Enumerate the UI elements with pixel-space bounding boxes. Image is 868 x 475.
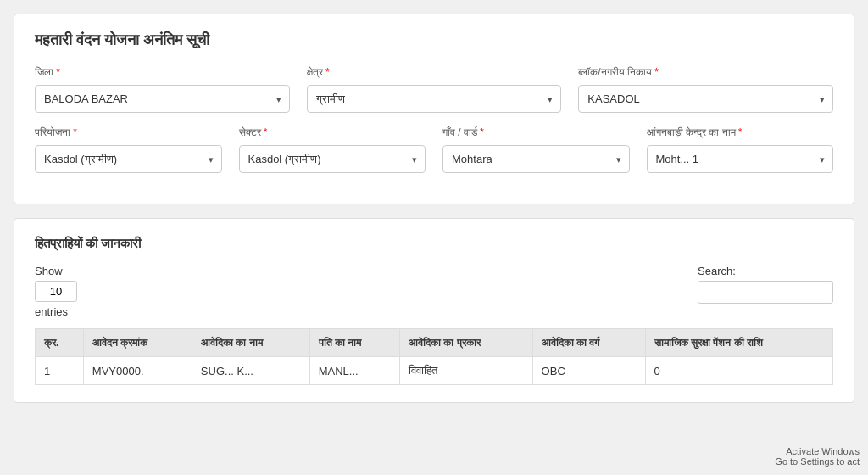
cell-serial: 1 <box>36 357 84 385</box>
project-select[interactable]: Kasdol (ग्रामीण) <box>35 145 222 173</box>
village-label: गाँव / वार्ड * <box>442 126 630 138</box>
cell-applicant-type: विवाहित <box>399 357 532 385</box>
district-select-wrapper: BALODA BAZAR ▾ <box>35 85 290 113</box>
sector-select-wrapper: Kasdol (ग्रामीण) ▾ <box>239 145 426 173</box>
search-label: Search: <box>698 265 833 277</box>
search-section: Search: <box>698 265 833 304</box>
anganwadi-group: आंगनबाड़ी केन्द्र का नाम * Moht... 1 ▾ <box>647 126 834 173</box>
col-header-husband-name: पति का नाम <box>309 329 399 357</box>
anganwadi-required-star: * <box>736 126 743 138</box>
col-header-pension-amount: सामाजिक सुरक्षा पेंशन की राशि <box>645 329 832 357</box>
anganwadi-label: आंगनबाड़ी केन्द्र का नाम * <box>647 126 834 138</box>
sector-required-star: * <box>261 126 268 138</box>
table-row: 1 MVY0000. SUG... K... MANL... विवाहित O… <box>36 357 833 385</box>
area-group: क्षेत्र * ग्रामीण ▾ <box>307 66 562 113</box>
show-label: Show <box>35 265 77 277</box>
area-required-star: * <box>323 66 330 78</box>
col-header-applicant-type: आवेदिका का प्रकार <box>399 329 532 357</box>
entries-label: entries <box>35 305 77 318</box>
village-select[interactable]: Mohtara <box>442 145 630 173</box>
anganwadi-select-wrapper: Moht... 1 ▾ <box>647 145 834 173</box>
filter-row-2: परियोजना * Kasdol (ग्रामीण) ▾ सेक्टर * K… <box>35 126 833 173</box>
village-required-star: * <box>477 126 484 138</box>
district-required-star: * <box>53 66 60 78</box>
village-group: गाँव / वार्ड * Mohtara ▾ <box>442 126 630 173</box>
page-title: महतारी वंदन योजना अनंतिम सूची <box>35 31 833 49</box>
filter-card: महतारी वंदन योजना अनंतिम सूची जिला * BAL… <box>14 14 854 204</box>
area-select[interactable]: ग्रामीण <box>307 85 562 113</box>
sector-label: सेक्टर * <box>239 126 426 138</box>
col-header-applicant-name: आवेदिका का नाम <box>192 329 309 357</box>
village-select-wrapper: Mohtara ▾ <box>442 145 630 173</box>
table-body: 1 MVY0000. SUG... K... MANL... विवाहित O… <box>36 357 833 385</box>
project-select-wrapper: Kasdol (ग्रामीण) ▾ <box>35 145 222 173</box>
search-input[interactable] <box>698 281 833 304</box>
cell-husband-name: MANL... <box>309 357 399 385</box>
project-label: परियोजना * <box>35 126 222 138</box>
block-select-wrapper: KASADOL ▾ <box>578 85 833 113</box>
block-required-star: * <box>652 66 659 78</box>
block-group: ब्लॉक/नगरीय निकाय * KASADOL ▾ <box>578 66 833 113</box>
beneficiary-section-title: हितप्राहियों की जानकारी <box>35 236 833 251</box>
project-group: परियोजना * Kasdol (ग्रामीण) ▾ <box>35 126 222 173</box>
cell-app-number: MVY0000. <box>83 357 192 385</box>
area-select-wrapper: ग्रामीण ▾ <box>307 85 562 113</box>
sector-group: सेक्टर * Kasdol (ग्रामीण) ▾ <box>239 126 426 173</box>
district-label: जिला * <box>35 66 290 78</box>
filter-row-1: जिला * BALODA BAZAR ▾ क्षेत्र * ग्रामीण <box>35 66 833 113</box>
col-header-applicant-category: आवेदिका का वर्ग <box>532 329 645 357</box>
table-header-row: क्र. आवेदन क्रमांक आवेदिका का नाम पति का… <box>36 329 833 357</box>
district-select[interactable]: BALODA BAZAR <box>35 85 290 113</box>
project-required-star: * <box>70 126 77 138</box>
col-header-serial: क्र. <box>36 329 84 357</box>
sector-select[interactable]: Kasdol (ग्रामीण) <box>239 145 426 173</box>
beneficiary-table: क्र. आवेदन क्रमांक आवेदिका का नाम पति का… <box>35 328 833 385</box>
show-entries-group: Show entries <box>35 265 77 318</box>
table-controls: Show entries Search: <box>35 265 833 318</box>
block-select[interactable]: KASADOL <box>578 85 833 113</box>
anganwadi-select[interactable]: Moht... 1 <box>647 145 834 173</box>
cell-applicant-name: SUG... K... <box>192 357 309 385</box>
district-group: जिला * BALODA BAZAR ▾ <box>35 66 290 113</box>
cell-pension-amount: 0 <box>645 357 832 385</box>
col-header-app-number: आवेदन क्रमांक <box>83 329 192 357</box>
block-label: ब्लॉक/नगरीय निकाय * <box>578 66 833 78</box>
entries-input[interactable] <box>35 281 77 302</box>
beneficiary-card: हितप्राहियों की जानकारी Show entries Sea… <box>14 218 854 403</box>
table-header: क्र. आवेदन क्रमांक आवेदिका का नाम पति का… <box>36 329 833 357</box>
cell-applicant-category: OBC <box>532 357 645 385</box>
area-label: क्षेत्र * <box>307 66 562 78</box>
